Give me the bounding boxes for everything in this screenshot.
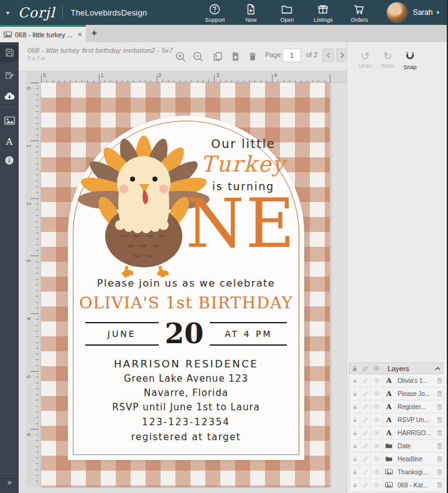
eye-icon[interactable] xyxy=(371,374,383,387)
store-name: TheLovebirdsDesign xyxy=(70,8,147,17)
lock-icon[interactable] xyxy=(350,387,360,400)
lock-icon[interactable] xyxy=(350,374,360,387)
eye-icon[interactable] xyxy=(371,479,383,491)
lock-icon[interactable] xyxy=(350,400,360,413)
pencil-icon[interactable] xyxy=(360,387,371,400)
page-number-input[interactable] xyxy=(282,48,301,62)
pencil-icon[interactable] xyxy=(360,413,371,426)
open-folder-icon xyxy=(281,3,293,16)
pencil-icon[interactable] xyxy=(360,479,371,491)
eye-icon[interactable] xyxy=(371,426,383,439)
tab-close-icon[interactable]: × xyxy=(77,30,82,39)
page-label: Page xyxy=(265,51,281,58)
eye-icon[interactable] xyxy=(371,387,383,400)
intro-line2: Turkey xyxy=(190,152,297,177)
nav-new[interactable]: New xyxy=(235,2,267,23)
duplicate-page-button[interactable] xyxy=(210,49,225,64)
user-menu-caret-icon[interactable]: ▾ xyxy=(436,9,439,16)
menu-caret-icon[interactable]: ▾ xyxy=(6,9,9,16)
new-tab-button[interactable]: + xyxy=(91,27,97,38)
layer-row[interactable]: AOlivia's 1... xyxy=(349,374,446,387)
lock-icon[interactable] xyxy=(350,479,360,491)
eye-icon[interactable] xyxy=(371,413,383,426)
layer-label: Register... xyxy=(398,403,433,410)
zoom-out-icon xyxy=(192,51,204,63)
layer-row[interactable]: APlease Jo... xyxy=(349,387,446,400)
text-tool-icon: A xyxy=(6,136,13,147)
nav-orders[interactable]: Orders xyxy=(343,2,375,23)
eye-icon[interactable] xyxy=(371,400,383,413)
image-tool-icon xyxy=(4,116,15,127)
chevron-right-icon xyxy=(340,52,344,58)
layer-row[interactable]: 068 - Kar... xyxy=(349,479,446,492)
text-layer-icon: A xyxy=(386,416,392,424)
images-tool-button[interactable] xyxy=(0,113,19,131)
edit-all-icon[interactable] xyxy=(360,363,371,374)
snap-button[interactable]: Snap xyxy=(399,51,421,70)
zoom-in-button[interactable] xyxy=(173,49,188,64)
text-layer-icon: A xyxy=(386,403,392,411)
nav-open[interactable]: Open xyxy=(271,2,303,23)
please-join-text[interactable]: Please join us as we celebrate xyxy=(68,277,304,289)
lock-icon[interactable] xyxy=(350,440,360,452)
layer-row[interactable]: Thanksgi... xyxy=(349,466,446,479)
design-page[interactable]: Our little Turkey is turning NE Please j… xyxy=(41,83,330,487)
visibility-all-icon[interactable] xyxy=(371,363,383,374)
sidebar-collapse-button[interactable]: » xyxy=(0,473,19,488)
layers-header[interactable]: Layers xyxy=(349,362,446,374)
save-button[interactable] xyxy=(0,45,19,62)
add-page-button[interactable] xyxy=(228,49,243,64)
pencil-icon[interactable] xyxy=(360,453,371,465)
date-time: AT 4 PM xyxy=(210,322,287,346)
layer-row[interactable]: AHARRISO... xyxy=(349,426,446,440)
layer-row[interactable]: Headline xyxy=(349,453,446,466)
big-one-text[interactable]: NE xyxy=(184,190,298,257)
info-button[interactable] xyxy=(0,153,19,170)
eye-icon[interactable] xyxy=(371,440,383,452)
top-bar: ▾ Corjl TheLovebirdsDesign Support New O… xyxy=(0,0,448,25)
date-group[interactable]: JUNE 20 AT 4 PM xyxy=(68,320,304,348)
new-file-icon xyxy=(245,3,257,16)
pencil-icon[interactable] xyxy=(360,400,371,413)
lock-icon[interactable] xyxy=(350,413,360,426)
pencil-icon[interactable] xyxy=(360,466,371,478)
corjl-logo[interactable]: Corjl xyxy=(18,5,55,21)
layer-row[interactable]: ARegister... xyxy=(349,400,446,413)
invitation-card[interactable]: Our little Turkey is turning NE Please j… xyxy=(68,116,304,460)
pencil-icon[interactable] xyxy=(360,440,371,452)
layer-row[interactable]: Date xyxy=(349,440,446,453)
nav-listings[interactable]: Listings xyxy=(307,2,339,23)
layer-label: Olivia's 1... xyxy=(398,377,433,384)
zoom-out-button[interactable] xyxy=(190,49,205,64)
collapse-layers-icon[interactable] xyxy=(435,367,441,371)
layers-list: AOlivia's 1...APlease Jo...ARegister...A… xyxy=(349,374,446,492)
lock-icon[interactable] xyxy=(350,453,360,465)
previous-page-button[interactable] xyxy=(322,48,334,62)
lock-icon[interactable] xyxy=(350,426,360,439)
pencil-icon[interactable] xyxy=(360,374,371,387)
eye-icon[interactable] xyxy=(371,453,383,465)
ruler-vertical: 0123456 xyxy=(26,83,39,487)
nav-support[interactable]: Support xyxy=(198,2,231,23)
pencil-icon[interactable] xyxy=(360,426,371,439)
redo-icon: ↻ xyxy=(377,51,398,62)
download-button[interactable] xyxy=(0,88,19,106)
text-tool-button[interactable]: A xyxy=(0,133,19,150)
undo-button[interactable]: ↺ Undo xyxy=(355,51,376,69)
eye-icon[interactable] xyxy=(371,466,383,478)
user-avatar[interactable] xyxy=(386,2,408,23)
rsvp-text-layer[interactable]: RSVP until June 1st to Laura 123-123-123… xyxy=(68,402,304,428)
layer-row[interactable]: ARSVP Un... xyxy=(349,413,446,426)
text-layer-icon: A xyxy=(386,429,392,437)
duplicate-icon xyxy=(212,51,223,62)
save-as-button[interactable] xyxy=(0,67,19,85)
venue-text-layer[interactable]: HARRISON RESIDENCE Green Lake Avenue 123… xyxy=(68,358,304,399)
lock-icon[interactable] xyxy=(350,466,360,478)
redo-button[interactable]: ↻ Redo xyxy=(377,51,398,69)
lock-all-icon[interactable] xyxy=(350,363,360,374)
registry-text-layer[interactable]: registered at target xyxy=(68,431,304,443)
delete-page-button[interactable] xyxy=(245,49,260,64)
birthday-headline-text[interactable]: OLIVIA'S 1st BIRTHDAY xyxy=(68,293,304,312)
document-tab[interactable]: 068 - little turkey ... × xyxy=(0,25,86,42)
venue-address2: Navarre, Florida xyxy=(68,387,304,399)
